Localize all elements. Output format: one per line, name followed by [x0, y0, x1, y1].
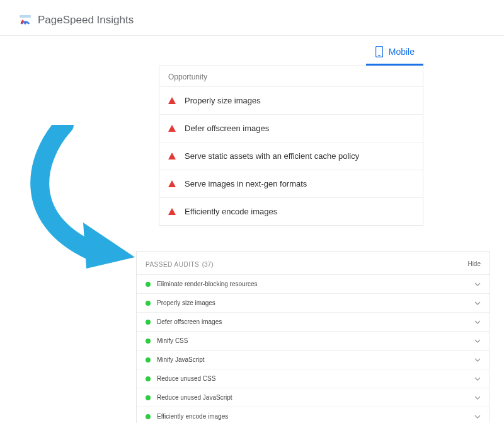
- opportunity-row[interactable]: Defer offscreen images: [159, 114, 423, 142]
- passed-audit-row[interactable]: Defer offscreen images: [137, 312, 490, 331]
- chevron-down-icon: [474, 414, 481, 420]
- opportunity-row[interactable]: Serve images in next-gen formats: [159, 170, 423, 197]
- warning-triangle-icon: [168, 97, 176, 104]
- chevron-down-icon: [474, 300, 481, 306]
- passed-audit-label: Defer offscreen images: [157, 318, 468, 325]
- opportunity-label: Properly size images: [185, 96, 261, 105]
- passed-audit-row[interactable]: Properly size images: [137, 293, 490, 312]
- passed-audit-label: Efficiently encode images: [157, 413, 468, 420]
- svg-point-1: [24, 22, 26, 25]
- pass-dot-icon: [146, 376, 151, 381]
- opportunity-header: Opportunity: [159, 66, 423, 86]
- passed-audit-label: Properly size images: [157, 299, 468, 306]
- passed-audit-row[interactable]: Reduce unused CSS: [137, 369, 490, 388]
- passed-audit-row[interactable]: Minify CSS: [137, 331, 490, 350]
- opportunity-label: Efficiently encode images: [185, 207, 277, 216]
- passed-audits-count: (37): [202, 261, 214, 268]
- passed-audit-row[interactable]: Efficiently encode images: [137, 407, 490, 423]
- chevron-down-icon: [474, 338, 481, 344]
- opportunity-row[interactable]: Efficiently encode images: [159, 197, 423, 225]
- warning-triangle-icon: [168, 125, 176, 132]
- pass-dot-icon: [146, 395, 151, 400]
- opportunity-row[interactable]: Serve static assets with an efficient ca…: [159, 142, 423, 170]
- svg-rect-3: [378, 55, 381, 56]
- opportunity-panel: Opportunity Properly size images Defer o…: [159, 66, 423, 226]
- chevron-down-icon: [474, 357, 481, 363]
- warning-triangle-icon: [168, 180, 176, 187]
- pass-dot-icon: [146, 320, 151, 325]
- passed-audits-title: PASSED AUDITS: [146, 261, 199, 268]
- hide-button[interactable]: Hide: [467, 260, 481, 267]
- chevron-down-icon: [474, 319, 481, 325]
- passed-audit-row[interactable]: Reduce unused JavaScript: [137, 388, 490, 407]
- pass-dot-icon: [146, 414, 151, 419]
- pass-dot-icon: [146, 282, 151, 287]
- passed-audit-label: Minify JavaScript: [157, 356, 468, 363]
- page-title: PageSpeed Insights: [38, 14, 134, 26]
- pass-dot-icon: [146, 301, 151, 306]
- passed-audits-header: PASSED AUDITS (37) Hide: [137, 252, 490, 274]
- app-header: PageSpeed Insights: [0, 0, 504, 36]
- mobile-icon: [375, 46, 384, 57]
- opportunity-label: Serve static assets with an efficient ca…: [185, 151, 359, 161]
- passed-audit-row[interactable]: Minify JavaScript: [137, 350, 490, 369]
- chevron-down-icon: [474, 281, 481, 287]
- passed-audit-label: Minify CSS: [157, 337, 468, 344]
- tab-mobile[interactable]: Mobile: [366, 41, 423, 66]
- pagespeed-logo-icon: [19, 14, 32, 26]
- passed-audit-row[interactable]: Eliminate render-blocking resources: [137, 274, 490, 293]
- passed-audit-label: Eliminate render-blocking resources: [157, 281, 468, 287]
- chevron-down-icon: [474, 395, 481, 401]
- tab-bar: Mobile: [0, 36, 504, 66]
- warning-triangle-icon: [168, 208, 176, 215]
- opportunity-label: Defer offscreen images: [185, 124, 269, 133]
- svg-rect-0: [20, 15, 31, 18]
- passed-audit-label: Reduce unused JavaScript: [157, 394, 468, 401]
- opportunity-row[interactable]: Properly size images: [159, 86, 423, 114]
- arrow-annotation-icon: [26, 125, 137, 270]
- warning-triangle-icon: [168, 153, 176, 159]
- passed-audit-label: Reduce unused CSS: [157, 375, 468, 382]
- passed-audits-panel: PASSED AUDITS (37) Hide Eliminate render…: [136, 251, 490, 423]
- tab-mobile-label: Mobile: [389, 47, 415, 57]
- pass-dot-icon: [146, 357, 151, 362]
- pass-dot-icon: [146, 339, 151, 344]
- chevron-down-icon: [474, 376, 481, 382]
- opportunity-label: Serve images in next-gen formats: [185, 179, 307, 188]
